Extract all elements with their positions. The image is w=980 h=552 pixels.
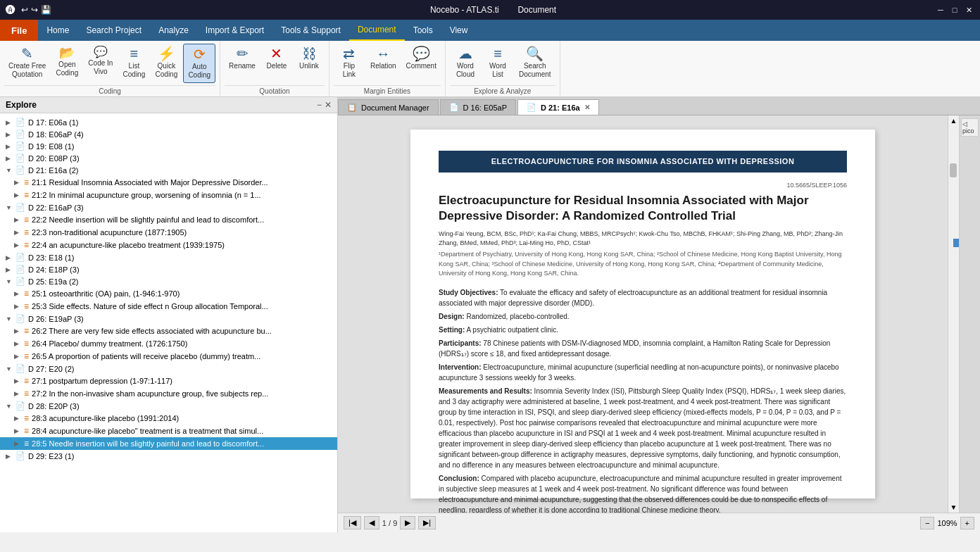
sidebar-item-d26-4[interactable]: ▶ ≡ 26:4 Placebo/ dummy treatment. (1726… bbox=[0, 337, 337, 350]
sidebar-item-label-d22-2: 22:2 Needle insertion will be slightly p… bbox=[32, 215, 264, 224]
rename-button[interactable]: ✏ Rename bbox=[225, 44, 260, 73]
zoom-in-button[interactable]: + bbox=[960, 517, 974, 529]
sidebar-item-d26-5[interactable]: ▶ ≡ 26:5 A proportion of patients will r… bbox=[0, 350, 337, 363]
sidebar-item-d28-5[interactable]: ▶ ≡ 28:5 Needle insertion will be slight… bbox=[0, 437, 337, 450]
menu-search-project[interactable]: Search Project bbox=[77, 20, 150, 41]
vertical-scrollbar[interactable]: ▲ ▼ bbox=[948, 115, 959, 513]
sidebar-item-d21-1[interactable]: ▶ ≡ 21:1 Residual Insomnia Associated wi… bbox=[0, 176, 337, 189]
section-title: Document bbox=[517, 5, 556, 15]
scroll-up-arrow[interactable]: ▲ bbox=[949, 115, 959, 126]
code-in-vivo-button[interactable]: 💬 Code InVivo bbox=[84, 44, 117, 79]
scroll-down-arrow[interactable]: ▼ bbox=[949, 502, 959, 513]
minimize-button[interactable]: ─ bbox=[935, 4, 946, 15]
sidebar-item-d24[interactable]: ▶ 📄 D 24: E18P (3) bbox=[0, 263, 337, 275]
unlink-button[interactable]: ⛓ Unlink bbox=[294, 44, 325, 73]
menu-file[interactable]: File bbox=[0, 20, 38, 41]
sidebar-item-d25[interactable]: ▼ 📄 D 25: E19a (2) bbox=[0, 275, 337, 287]
quote-icon-d27-2: ≡ bbox=[24, 389, 29, 399]
search-document-button[interactable]: 🔍 SearchDocument bbox=[515, 44, 555, 82]
sidebar-item-d18[interactable]: ▶ 📄 D 18: E06aP (4) bbox=[0, 128, 337, 140]
scroll-thumb[interactable] bbox=[950, 163, 957, 177]
save-icon[interactable]: 💾 bbox=[41, 5, 51, 15]
list-coding-button[interactable]: ≡ ListCoding bbox=[118, 44, 149, 82]
sidebar-item-d27-1[interactable]: ▶ ≡ 27:1 postpartum depression (1-97:1-1… bbox=[0, 375, 337, 387]
sidebar-item-d21-2[interactable]: ▶ ≡ 21:2 In minimal acupuncture group, w… bbox=[0, 189, 337, 201]
zoom-out-button[interactable]: − bbox=[920, 517, 934, 529]
menu-document[interactable]: Document bbox=[349, 20, 405, 41]
create-free-quotation-button[interactable]: ✎ Create FreeQuotation bbox=[4, 44, 50, 82]
menu-home[interactable]: Home bbox=[38, 20, 77, 41]
sidebar-item-d25-1[interactable]: ▶ ≡ 25:1 osteoarthritic (OA) pain, (1-94… bbox=[0, 287, 337, 300]
quotation-group-label: Quotation bbox=[225, 85, 325, 95]
sidebar-item-d28-3[interactable]: ▶ ≡ 28:3 acupuncture-like placebo (1991:… bbox=[0, 412, 337, 425]
rename-icon: ✏ bbox=[237, 46, 249, 61]
sidebar-item-label-d17: D 17: E06a (1) bbox=[28, 118, 79, 127]
sidebar-item-d22-4[interactable]: ▶ ≡ 22:4 an acupuncture-like placebo tre… bbox=[0, 239, 337, 251]
tab-document-manager[interactable]: 📋 Document Manager bbox=[338, 99, 439, 115]
sidebar-item-d17[interactable]: ▶ 📄 D 17: E06a (1) bbox=[0, 116, 337, 128]
menu-import-export[interactable]: Import & Export bbox=[197, 20, 272, 41]
doc-header-bar: ELECTROACUPUNCTURE FOR INSOMNIA ASSOCIAT… bbox=[439, 151, 847, 172]
sidebar-item-d28-4[interactable]: ▶ ≡ 28:4 acupuncture-like placebo" treat… bbox=[0, 425, 337, 437]
app-title: Nocebo - ATLAS.ti bbox=[430, 5, 499, 15]
open-coding-button[interactable]: 📂 OpenCoding bbox=[51, 44, 82, 80]
auto-coding-button[interactable]: ⟳ AutoCoding bbox=[183, 44, 215, 83]
nav-last-button[interactable]: ▶| bbox=[418, 516, 436, 529]
sidebar-item-d19[interactable]: ▶ 📄 D 19: E08 (1) bbox=[0, 140, 337, 152]
comment-button[interactable]: 💬 Comment bbox=[402, 44, 441, 73]
word-cloud-button[interactable]: ☁ WordCloud bbox=[450, 44, 481, 82]
quick-coding-label: QuickCoding bbox=[156, 62, 178, 79]
sidebar-item-d28[interactable]: ▼ 📄 D 28: E20P (3) bbox=[0, 400, 337, 412]
expand-icon-d22-3: ▶ bbox=[14, 229, 21, 236]
expand-icon-d25-3: ▶ bbox=[14, 303, 21, 310]
code-in-vivo-label: Code InVivo bbox=[88, 59, 113, 76]
sidebar-item-d22[interactable]: ▼ 📄 D 22: E16aP (3) bbox=[0, 201, 337, 213]
quick-coding-button[interactable]: ⚡ QuickCoding bbox=[151, 44, 182, 82]
sidebar-minimize-icon[interactable]: − bbox=[317, 100, 322, 110]
menu-tools-support[interactable]: Tools & Support bbox=[272, 20, 349, 41]
doc-icon-d27: 📄 bbox=[15, 364, 25, 373]
sidebar-tree[interactable]: ▶ 📄 D 17: E06a (1) ▶ 📄 D 18: E06aP (4) ▶… bbox=[0, 113, 337, 532]
tab-d21-close-icon[interactable]: ✕ bbox=[584, 104, 590, 111]
menu-analyze[interactable]: Analyze bbox=[150, 20, 197, 41]
document-content[interactable]: ELECTROACUPUNCTURE FOR INSOMNIA ASSOCIAT… bbox=[338, 115, 948, 513]
relation-label: Relation bbox=[370, 62, 396, 70]
doc-icon-d21: 📄 bbox=[15, 165, 25, 175]
sidebar-item-d23[interactable]: ▶ 📄 D 23: E18 (1) bbox=[0, 251, 337, 263]
tab-d16[interactable]: 📄 D 16: E05aP bbox=[440, 99, 516, 115]
nav-next-button[interactable]: ▶ bbox=[400, 516, 415, 529]
doc-icon-d22: 📄 bbox=[15, 203, 25, 212]
doc-icon-d28: 📄 bbox=[15, 401, 25, 410]
undo-icon[interactable]: ↩ bbox=[21, 5, 28, 15]
expand-icon-d27-2: ▶ bbox=[14, 390, 21, 397]
close-button[interactable]: ✕ bbox=[963, 4, 974, 15]
nav-prev-button[interactable]: ◀ bbox=[364, 516, 379, 529]
setting-text: A psychiatric outpatient clinic. bbox=[466, 326, 558, 334]
nav-first-button[interactable]: |◀ bbox=[344, 516, 361, 529]
sidebar-item-d27[interactable]: ▼ 📄 D 27: E20 (2) bbox=[0, 363, 337, 375]
sidebar-item-d22-3[interactable]: ▶ ≡ 22:3 non-traditional acupuncture (18… bbox=[0, 226, 337, 239]
relation-button[interactable]: ↔ Relation bbox=[366, 44, 401, 73]
scroll-marker bbox=[953, 239, 959, 247]
sidebar-item-d29[interactable]: ▶ 📄 D 29: E23 (1) bbox=[0, 450, 337, 462]
maximize-button[interactable]: □ bbox=[949, 4, 960, 15]
delete-button[interactable]: ✕ Delete bbox=[261, 44, 292, 73]
sidebar-close-icon[interactable]: ✕ bbox=[325, 100, 332, 110]
tab-d21[interactable]: 📄 D 21: E16a ✕ bbox=[517, 99, 599, 115]
sidebar-item-d20[interactable]: ▶ 📄 D 20: E08P (3) bbox=[0, 152, 337, 164]
sidebar-item-d26[interactable]: ▼ 📄 D 26: E19aP (3) bbox=[0, 313, 337, 325]
sidebar-item-d27-2[interactable]: ▶ ≡ 27:2 In the non-invasive sham acupun… bbox=[0, 387, 337, 400]
sidebar-item-d26-2[interactable]: ▶ ≡ 26:2 There are very few side effects… bbox=[0, 325, 337, 337]
redo-icon[interactable]: ↪ bbox=[31, 5, 38, 15]
list-coding-label: ListCoding bbox=[123, 62, 146, 79]
sidebar-item-d25-3[interactable]: ▶ ≡ 25:3 Side effects. Nature of side ef… bbox=[0, 300, 337, 313]
flip-link-button[interactable]: ⇄ FlipLink bbox=[334, 44, 365, 82]
sidebar-item-d21[interactable]: ▼ 📄 D 21: E16a (2) bbox=[0, 164, 337, 176]
page-indicator: 1 / 9 bbox=[382, 519, 397, 527]
page-current: 1 bbox=[382, 519, 387, 527]
pico-label[interactable]: ◁ pico bbox=[961, 118, 979, 137]
menu-tools[interactable]: Tools bbox=[405, 20, 441, 41]
word-list-button[interactable]: ≡ WordList bbox=[482, 44, 513, 82]
sidebar-item-d22-2[interactable]: ▶ ≡ 22:2 Needle insertion will be slight… bbox=[0, 213, 337, 226]
menu-view[interactable]: View bbox=[441, 20, 477, 41]
